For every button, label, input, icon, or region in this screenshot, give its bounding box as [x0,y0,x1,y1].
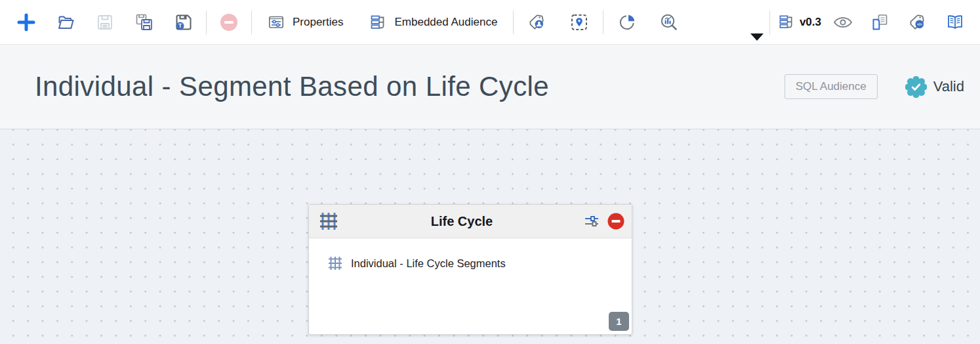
valid-check-icon [905,76,927,98]
new-button[interactable] [7,5,46,39]
canvas[interactable]: Life Cycle [0,129,980,344]
analytics-search-icon [659,12,679,32]
node-remove-button[interactable] [607,212,625,230]
tag-code-icon: </> [908,12,928,32]
tag-user-button[interactable] [516,5,558,39]
open-folder-icon [56,12,75,32]
embedded-audience-button[interactable]: Embedded Audience [360,5,506,39]
remove-circle-icon [607,212,625,230]
save-template-icon: T [174,12,194,32]
tag-user-icon [527,12,547,32]
toolbar: T [0,0,980,45]
node-body: Individual - Life Cycle Segments 1 [309,238,632,334]
analytics-search-button[interactable] [648,5,690,39]
save-as-button[interactable] [125,5,164,39]
page-header-right: SQL Audience Valid [785,74,964,99]
toolbar-divider [603,11,603,34]
open-button[interactable] [46,5,85,39]
save-icon [96,13,114,32]
status-label: Valid [933,78,964,95]
copy-folder-button[interactable] [861,5,899,39]
segment-grid-icon [327,255,344,272]
preview-button[interactable] [824,5,861,39]
geofence-button[interactable] [558,5,600,39]
node-item-label: Individual - Life Cycle Segments [351,257,506,270]
svg-text:T: T [178,22,182,29]
copy-folder-icon [870,12,890,32]
page-title: Individual - Segment Based on Life Cycle [35,71,785,102]
node-count-badge: 1 [609,312,629,331]
status-valid: Valid [905,76,964,98]
version-label: v0.3 [800,16,821,29]
embedded-audience-label: Embedded Audience [394,16,497,29]
book-icon [945,12,965,32]
chevron-down-icon [750,33,764,41]
toolbar-divider [513,11,514,34]
version-indicator: v0.3 [778,14,821,30]
remove-disabled-icon [219,12,239,32]
eye-icon [832,13,853,32]
node-settings-button[interactable] [583,213,600,230]
docs-button[interactable] [936,5,973,39]
save-as-icon [134,12,154,32]
toolbar-divider [769,11,770,34]
node-item[interactable]: Individual - Life Cycle Segments [309,238,632,272]
pie-chart-button[interactable] [606,5,648,39]
plus-icon [16,12,37,33]
save-button[interactable] [85,5,125,39]
remove-button-disabled[interactable] [209,5,249,39]
app: T [0,0,980,344]
geofence-icon [569,12,589,32]
toolbar-right-group: v0.3 [767,5,980,39]
save-template-button[interactable]: T [164,5,203,39]
node-title: Life Cycle [347,214,577,229]
page-header: Individual - Segment Based on Life Cycle… [0,45,980,129]
svg-text:</>: </> [916,22,922,26]
toolbar-divider [251,11,252,34]
pie-chart-icon [617,12,637,32]
toolbar-overflow-button[interactable] [750,33,764,43]
embedded-audience-icon [369,14,386,31]
toolbar-divider [206,11,207,34]
audience-type-badge: SQL Audience [785,74,878,99]
segment-node-card[interactable]: Life Cycle [308,204,632,335]
versions-stack-icon [778,14,794,30]
properties-label: Properties [293,16,343,29]
sliders-icon [583,213,600,230]
tag-code-button[interactable]: </> [899,5,936,39]
grid-icon [317,209,340,233]
properties-icon [268,14,285,31]
properties-button[interactable]: Properties [258,5,352,39]
node-header: Life Cycle [309,205,632,238]
